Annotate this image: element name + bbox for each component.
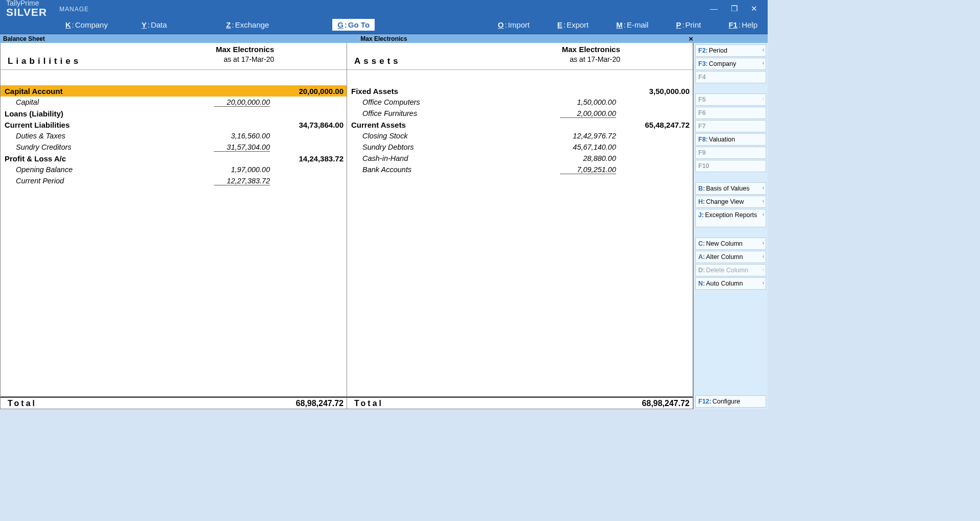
liabilities-column: Max Electronics as at 17-Mar-20 Liabilit…	[1, 43, 347, 396]
sub-amount: 2,00,000.00	[550, 109, 621, 118]
column-company-left: Max Electronics	[1, 45, 347, 54]
fk-f10: F10	[695, 160, 766, 172]
fk-valuation[interactable]: F8:Valuation	[695, 133, 766, 146]
ledger-group[interactable]: Fixed Assets3,50,000.00	[347, 85, 693, 97]
ledger-sub[interactable]: Capital20,00,000.00	[1, 97, 347, 108]
report-close-icon[interactable]: ×	[689, 34, 693, 43]
menu-print[interactable]: P:Print	[672, 18, 705, 31]
ledger-group[interactable]: Loans (Liability)	[1, 108, 347, 119]
group-amount: 34,73,864.00	[275, 121, 347, 129]
group-amount: 14,24,383.72	[275, 154, 347, 163]
breadcrumb: Balance Sheet Max Electronics ×	[0, 34, 768, 43]
sub-amount: 12,27,383.72	[204, 177, 275, 185]
fk-f9: F9	[695, 147, 766, 159]
group-amount: 20,00,000.00	[275, 87, 347, 96]
sub-amount: 1,97,000.00	[204, 165, 275, 174]
sub-label: Sundry Debtors	[347, 143, 550, 151]
function-key-panel: F2:Period‹ F3:Company‹ F4 F5‹ F6 F7 F8:V…	[693, 43, 768, 409]
ledger-sub[interactable]: Bank Accounts7,09,251.00	[347, 164, 693, 175]
menu-data[interactable]: Y:Data	[137, 18, 171, 31]
fk-period[interactable]: F2:Period‹	[695, 44, 766, 57]
maximize-icon[interactable]: ❐	[731, 4, 738, 13]
assets-title: Assets	[354, 56, 401, 66]
menu-export[interactable]: E:Export	[553, 18, 593, 31]
ledger-sub[interactable]: Sundry Debtors45,67,140.00	[347, 141, 693, 153]
ledger-sub[interactable]: Cash-in-Hand28,880.00	[347, 153, 693, 164]
total-left: 68,98,247.72	[275, 399, 347, 408]
fk-basis[interactable]: B:Basis of Values‹	[695, 182, 766, 195]
fk-delete-column: D:Delete Column‹	[695, 264, 766, 276]
balance-sheet-report: Max Electronics as at 17-Mar-20 Liabilit…	[0, 43, 693, 409]
group-label: Capital Account	[1, 87, 204, 96]
total-label-right: Total	[347, 399, 550, 408]
group-amount: 65,48,247.72	[621, 121, 693, 129]
company-name: Max Electronics	[360, 35, 407, 42]
total-label-left: Total	[1, 399, 204, 408]
group-label: Loans (Liability)	[1, 109, 204, 118]
sub-amount: 1,50,000.00	[550, 98, 621, 106]
sub-label: Cash-in-Hand	[347, 154, 550, 162]
ledger-group[interactable]: Current Assets65,48,247.72	[347, 119, 693, 130]
ledger-sub[interactable]: Closing Stock12,42,976.72	[347, 130, 693, 141]
ledger-sub[interactable]: Office Furnitures2,00,000.00	[347, 108, 693, 119]
fk-change-view[interactable]: H:Change View‹	[695, 196, 766, 208]
group-label: Current Assets	[347, 121, 550, 129]
titlebar: TallyPrime SILVER MANAGE — ❐ ✕ K:Company…	[0, 0, 768, 34]
fk-f7: F7	[695, 120, 766, 132]
fk-f4: F4	[695, 71, 766, 83]
fk-auto-column[interactable]: N:Auto Column‹	[695, 277, 766, 290]
manage-label: MANAGE	[53, 3, 89, 13]
fk-new-column[interactable]: C:New Column‹	[695, 238, 766, 250]
ledger-sub[interactable]: Office Computers1,50,000.00	[347, 97, 693, 108]
ledger-sub[interactable]: Duties & Taxes3,16,560.00	[1, 130, 347, 141]
menubar: K:Company Y:Data Z:Exchange G:Go To O:Im…	[0, 15, 768, 34]
menu-exchange[interactable]: Z:Exchange	[222, 18, 273, 31]
sub-label: Sundry Creditors	[1, 143, 204, 151]
sub-label: Office Furnitures	[347, 109, 550, 117]
fk-configure[interactable]: F12:Configure	[695, 395, 766, 408]
ledger-sub[interactable]: Sundry Creditors31,57,304.00	[1, 141, 347, 153]
column-company-right: Max Electronics	[347, 45, 693, 54]
sub-amount: 28,880.00	[550, 154, 621, 162]
ledger-group[interactable]: Current Liabilities34,73,864.00	[1, 119, 347, 130]
sub-label: Office Computers	[347, 98, 550, 106]
liabilities-title: Liabilities	[8, 56, 81, 66]
group-amount: 3,50,000.00	[621, 87, 693, 96]
fk-f6: F6	[695, 107, 766, 119]
menu-help[interactable]: F1:Help	[724, 18, 762, 31]
app-name: TallyPrime	[6, 0, 47, 7]
menu-goto[interactable]: G:Go To	[332, 19, 375, 31]
sub-amount: 31,57,304.00	[204, 143, 275, 152]
totals-row: Total 68,98,247.72 Total 68,98,247.72	[1, 396, 693, 409]
menu-email[interactable]: M:E-mail	[612, 18, 652, 31]
group-label: Profit & Loss A/c	[1, 154, 204, 163]
fk-exception-reports[interactable]: J:Exception Reports‹	[695, 209, 766, 227]
menu-company[interactable]: K:Company	[61, 18, 112, 31]
fk-f5: F5‹	[695, 93, 766, 106]
group-label: Fixed Assets	[347, 87, 550, 96]
close-icon[interactable]: ✕	[751, 4, 757, 13]
sub-amount: 12,42,976.72	[550, 132, 621, 140]
sub-amount: 45,67,140.00	[550, 143, 621, 151]
ledger-sub[interactable]: Opening Balance1,97,000.00	[1, 164, 347, 175]
report-title: Balance Sheet	[0, 35, 45, 42]
sub-label: Capital	[1, 98, 204, 106]
sub-label: Closing Stock	[347, 132, 550, 140]
sub-label: Opening Balance	[1, 165, 204, 174]
ledger-sub[interactable]: Current Period12,27,383.72	[1, 175, 347, 186]
sub-label: Bank Accounts	[347, 165, 550, 174]
sub-amount: 20,00,000.00	[204, 98, 275, 107]
sub-amount: 7,09,251.00	[550, 165, 621, 174]
fk-company[interactable]: F3:Company‹	[695, 58, 766, 70]
group-label: Current Liabilities	[1, 121, 204, 129]
minimize-icon[interactable]: —	[710, 4, 718, 13]
assets-column: Max Electronics as at 17-Mar-20 Assets F…	[347, 43, 693, 396]
sub-label: Duties & Taxes	[1, 132, 204, 140]
menu-import[interactable]: O:Import	[494, 18, 533, 31]
sub-amount: 3,16,560.00	[204, 132, 275, 140]
sub-label: Current Period	[1, 177, 204, 185]
fk-alter-column[interactable]: A:Alter Column‹	[695, 251, 766, 263]
total-right: 68,98,247.72	[621, 399, 693, 408]
ledger-group[interactable]: Profit & Loss A/c14,24,383.72	[1, 153, 347, 164]
ledger-group[interactable]: Capital Account20,00,000.00	[1, 85, 347, 97]
